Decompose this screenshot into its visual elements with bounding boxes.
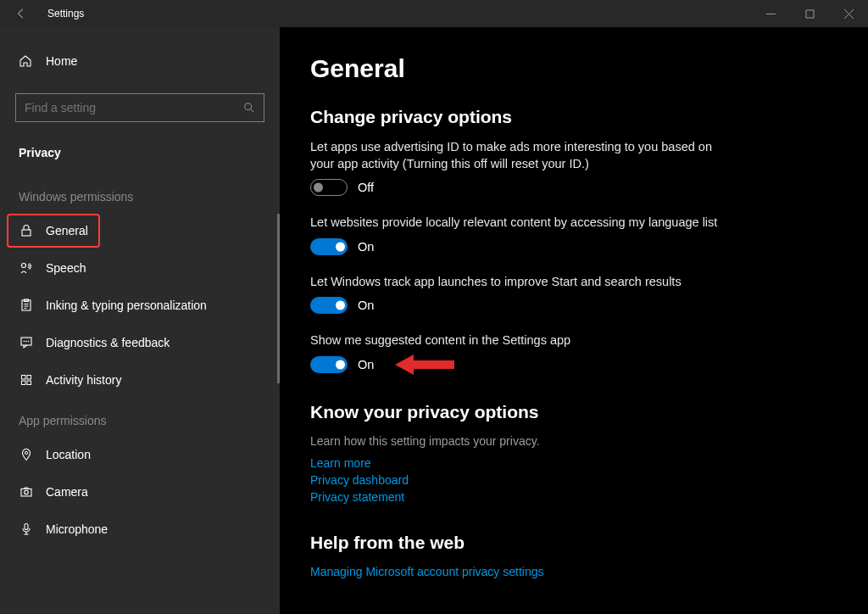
svg-rect-24 — [25, 524, 28, 530]
sidebar-item-inking[interactable]: Inking & typing personalization — [0, 287, 280, 324]
clipboard-icon — [19, 298, 34, 313]
svg-rect-18 — [27, 376, 31, 380]
minimize-button[interactable] — [751, 0, 790, 27]
toggle-state-label: On — [358, 299, 374, 312]
speech-icon — [19, 260, 34, 276]
toggle-suggested-content[interactable] — [310, 356, 348, 373]
toggle-language-list[interactable] — [310, 238, 348, 255]
svg-point-21 — [25, 451, 27, 454]
svg-point-7 — [22, 264, 26, 268]
toggle-state-label: Off — [358, 181, 374, 194]
sidebar-item-label: Activity history — [46, 373, 121, 387]
lock-icon — [19, 223, 34, 238]
svg-point-14 — [24, 341, 25, 343]
svg-rect-1 — [806, 10, 814, 18]
sidebar-item-microphone[interactable]: Microphone — [0, 511, 280, 548]
toggle-state-label: On — [358, 358, 374, 371]
svg-rect-20 — [27, 381, 31, 385]
titlebar: Settings — [0, 0, 868, 27]
close-button[interactable] — [829, 0, 868, 27]
section-heading: Change privacy options — [310, 107, 837, 127]
camera-icon — [19, 484, 34, 500]
windows-permissions-list: General Speech Inking & typing personali… — [0, 212, 280, 399]
search-input[interactable] — [25, 101, 243, 114]
svg-marker-27 — [395, 354, 454, 375]
sidebar-item-general[interactable]: General — [0, 212, 280, 249]
search-box[interactable] — [15, 93, 264, 122]
section-header-app: App permissions — [0, 399, 280, 436]
home-icon — [19, 54, 32, 68]
link-privacy-dashboard[interactable]: Privacy dashboard — [310, 473, 837, 487]
link-help-msa-privacy[interactable]: Managing Microsoft account privacy setti… — [310, 565, 837, 578]
sidebar-item-label: Speech — [46, 261, 86, 275]
page-title: General — [310, 54, 837, 83]
svg-rect-6 — [22, 230, 31, 236]
category-title: Privacy — [0, 137, 280, 175]
maximize-button[interactable] — [790, 0, 829, 27]
sidebar-item-label: General — [46, 224, 88, 237]
content-pane: General Change privacy options Let apps … — [280, 27, 868, 614]
sidebar-item-location[interactable]: Location — [0, 436, 280, 473]
sidebar-item-diagnostics[interactable]: Diagnostics & feedback — [0, 324, 280, 361]
svg-point-4 — [245, 103, 252, 110]
sidebar: Home Privacy Windows permissions General — [0, 27, 280, 614]
sidebar-item-label: Microphone — [46, 522, 108, 536]
annotation-arrow — [395, 352, 454, 377]
window-controls — [751, 0, 868, 27]
svg-rect-19 — [22, 381, 26, 385]
svg-point-16 — [28, 341, 30, 343]
search-icon — [243, 102, 255, 114]
home-label: Home — [46, 54, 77, 68]
sidebar-item-label: Inking & typing personalization — [46, 299, 207, 312]
app-permissions-list: Location Camera Microphone — [0, 436, 280, 548]
location-icon — [19, 447, 34, 462]
sidebar-item-speech[interactable]: Speech — [0, 249, 280, 287]
sidebar-item-label: Camera — [46, 485, 88, 499]
sidebar-item-camera[interactable]: Camera — [0, 473, 280, 511]
section-heading: Know your privacy options — [310, 402, 837, 422]
history-icon — [19, 372, 34, 388]
link-learn-more[interactable]: Learn more — [310, 456, 837, 470]
svg-rect-17 — [22, 376, 26, 380]
svg-point-15 — [25, 341, 27, 343]
section-desc: Learn how this setting impacts your priv… — [310, 434, 837, 448]
home-nav[interactable]: Home — [0, 44, 280, 78]
sidebar-item-label: Diagnostics & feedback — [46, 336, 170, 349]
toggle-advertising-id[interactable] — [310, 179, 348, 196]
section-header-windows: Windows permissions — [0, 175, 280, 212]
svg-line-5 — [251, 109, 254, 113]
setting-desc: Show me suggested content in the Setting… — [310, 332, 734, 349]
feedback-icon — [19, 335, 34, 350]
mic-icon — [19, 522, 34, 537]
window-title: Settings — [47, 8, 84, 20]
sidebar-item-activity[interactable]: Activity history — [0, 361, 280, 399]
setting-desc: Let Windows track app launches to improv… — [310, 274, 734, 291]
svg-point-23 — [25, 490, 29, 494]
toggle-app-launches[interactable] — [310, 297, 348, 314]
section-heading: Help from the web — [310, 533, 837, 553]
toggle-state-label: On — [358, 240, 374, 254]
back-icon[interactable] — [15, 8, 27, 20]
setting-desc: Let websites provide locally relevant co… — [310, 215, 734, 232]
link-privacy-statement[interactable]: Privacy statement — [310, 490, 837, 504]
sidebar-item-label: Location — [46, 448, 91, 461]
setting-desc: Let apps use advertising ID to make ads … — [310, 139, 734, 172]
